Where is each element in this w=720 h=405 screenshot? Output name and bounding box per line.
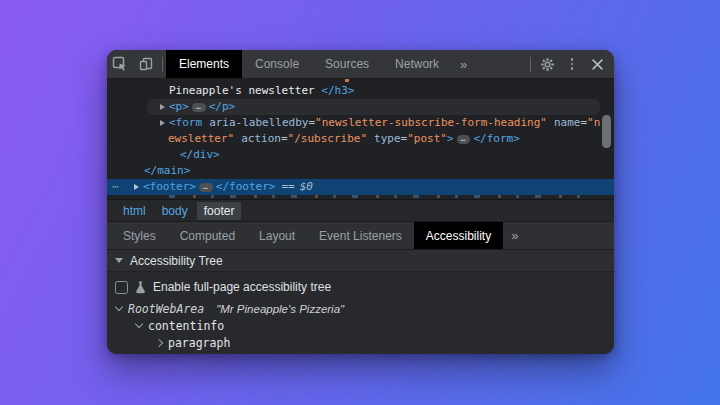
gear-icon <box>540 57 555 72</box>
settings-button[interactable] <box>534 50 560 78</box>
tab-layout[interactable]: Layout <box>247 222 307 249</box>
clipped-text-fragment <box>345 79 349 82</box>
full-page-a11y-checkbox[interactable] <box>115 281 128 294</box>
inline-expand-button[interactable]: … <box>457 135 471 144</box>
dom-tree-pane: Pineapple's newsletter </h3> <p>…</p> <f… <box>107 79 614 199</box>
dom-row-form-line2[interactable]: ewsletter"action="/subscribe"type="post"… <box>107 131 614 147</box>
sidebar-panel-tabs: Styles Computed Layout Event Listeners A… <box>107 221 614 249</box>
a11y-node-paragraph[interactable]: paragraph <box>107 334 614 351</box>
dom-row-h3-text[interactable]: Pineapple's newsletter </h3> <box>107 83 614 99</box>
tab-computed[interactable]: Computed <box>168 222 247 249</box>
devtools-window: Elements Console Sources Network » <box>107 50 614 354</box>
inline-expand-button[interactable]: … <box>192 103 206 112</box>
console-reference: $0 <box>300 180 313 193</box>
tab-styles[interactable]: Styles <box>111 222 168 249</box>
a11y-node-rootwebarea[interactable]: RootWebArea"Mr Pineapple's Pizzeria" <box>107 300 614 317</box>
breadcrumb-footer[interactable]: footer <box>197 202 242 220</box>
tab-accessibility[interactable]: Accessibility <box>414 222 503 249</box>
clipped-bottom-line <box>153 195 593 198</box>
section-collapse-icon <box>115 258 123 263</box>
dom-row-main-close[interactable]: </main> <box>107 163 614 179</box>
a11y-node-contentinfo[interactable]: contentinfo <box>107 317 614 334</box>
chevron-down-icon[interactable] <box>135 320 143 328</box>
main-panel-tabs: Elements Console Sources Network » <box>166 50 475 78</box>
close-button[interactable] <box>584 50 610 78</box>
expand-arrow-icon[interactable] <box>160 104 165 110</box>
expand-arrow-icon[interactable] <box>134 184 139 190</box>
expand-arrow-icon[interactable] <box>160 120 165 126</box>
more-tabs-button[interactable]: » <box>452 50 475 78</box>
more-panel-tabs-button[interactable]: » <box>503 222 526 249</box>
accessibility-pane: Accessibility Tree Enable full-page acce… <box>107 249 614 354</box>
device-toolbar-button[interactable] <box>133 50 159 78</box>
dom-row-footer-selected[interactable]: ⋯<footer>…</footer>==$0 <box>107 179 614 195</box>
tab-console[interactable]: Console <box>242 50 312 78</box>
full-page-a11y-label: Enable full-page accessibility tree <box>153 280 331 294</box>
toolbar-divider <box>530 57 531 72</box>
toolbar-divider <box>162 57 163 72</box>
devtools-toolbar: Elements Console Sources Network » <box>107 50 614 79</box>
inspect-cursor-icon <box>112 56 128 72</box>
chevron-right-icon[interactable] <box>155 338 163 346</box>
experiment-flask-icon <box>135 281 146 294</box>
dom-row-p[interactable]: <p>…</p> <box>107 99 614 115</box>
dom-row-form-line1[interactable]: <formaria-labelledby="newsletter-subscri… <box>107 115 614 131</box>
section-title: Accessibility Tree <box>130 254 223 268</box>
tab-network[interactable]: Network <box>382 50 452 78</box>
tab-sources[interactable]: Sources <box>312 50 382 78</box>
dom-row-div-close[interactable]: </div> <box>107 147 614 163</box>
chevron-down-icon[interactable] <box>115 303 123 311</box>
breadcrumb: html body footer <box>107 199 614 221</box>
accessibility-tree-section-header[interactable]: Accessibility Tree <box>107 249 614 272</box>
tab-event-listeners[interactable]: Event Listeners <box>307 222 414 249</box>
tab-elements[interactable]: Elements <box>166 50 242 78</box>
scrollbar-thumb[interactable] <box>602 115 611 148</box>
breadcrumb-html[interactable]: html <box>116 202 153 220</box>
more-options-button[interactable] <box>560 50 584 78</box>
full-page-a11y-row: Enable full-page accessibility tree <box>107 272 614 300</box>
row-overflow-menu[interactable]: ⋯ <box>112 179 120 195</box>
device-toolbar-icon <box>138 56 154 72</box>
inspect-element-button[interactable] <box>107 50 133 78</box>
breadcrumb-body[interactable]: body <box>155 202 195 220</box>
close-icon <box>591 58 604 71</box>
toolbar-right <box>527 50 614 78</box>
inline-expand-button[interactable]: … <box>199 183 213 192</box>
